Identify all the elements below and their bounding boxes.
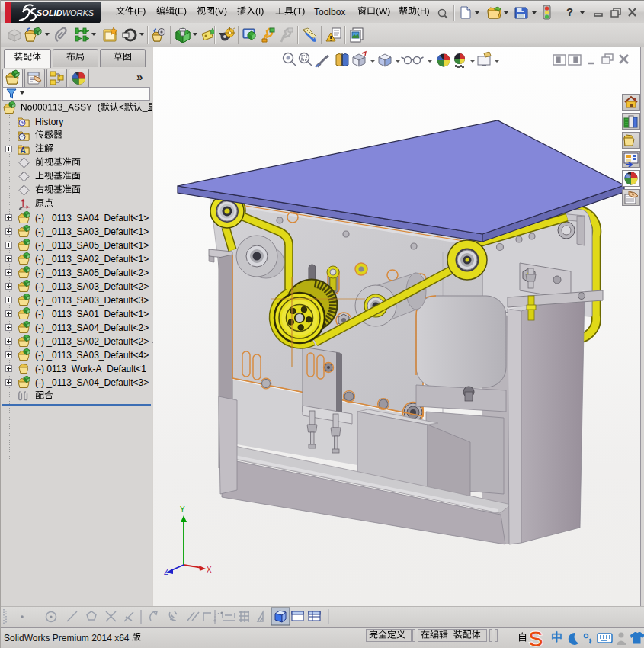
svg-text:Y: Y xyxy=(180,505,185,514)
svg-text:X: X xyxy=(207,566,212,574)
svg-text:S: S xyxy=(528,628,543,648)
svg-text:Z: Z xyxy=(164,568,168,576)
svg-text:A: A xyxy=(21,146,26,155)
